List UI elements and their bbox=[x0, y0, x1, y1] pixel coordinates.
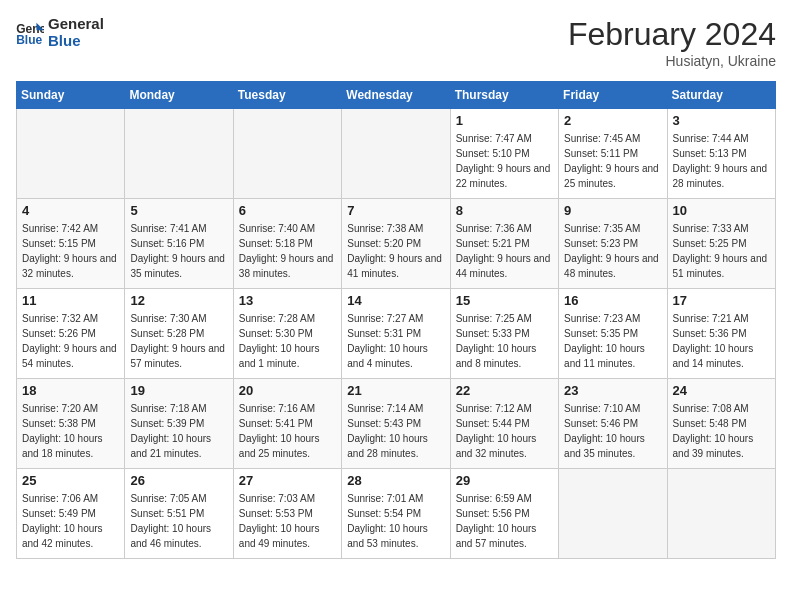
daylight-label: Daylight: 10 hours and 1 minute. bbox=[239, 343, 320, 369]
sunset-label: Sunset: 5:16 PM bbox=[130, 238, 204, 249]
sunset-label: Sunset: 5:31 PM bbox=[347, 328, 421, 339]
sunset-label: Sunset: 5:33 PM bbox=[456, 328, 530, 339]
sunrise-label: Sunrise: 7:03 AM bbox=[239, 493, 315, 504]
title-block: February 2024 Husiatyn, Ukraine bbox=[568, 16, 776, 69]
sunrise-label: Sunrise: 7:30 AM bbox=[130, 313, 206, 324]
sunset-label: Sunset: 5:13 PM bbox=[673, 148, 747, 159]
sunset-label: Sunset: 5:43 PM bbox=[347, 418, 421, 429]
calendar-cell: 1Sunrise: 7:47 AMSunset: 5:10 PMDaylight… bbox=[450, 109, 558, 199]
day-info: Sunrise: 7:41 AMSunset: 5:16 PMDaylight:… bbox=[130, 221, 227, 281]
day-number: 11 bbox=[22, 293, 119, 308]
daylight-label: Daylight: 10 hours and 25 minutes. bbox=[239, 433, 320, 459]
day-number: 14 bbox=[347, 293, 444, 308]
calendar-cell: 6Sunrise: 7:40 AMSunset: 5:18 PMDaylight… bbox=[233, 199, 341, 289]
daylight-label: Daylight: 10 hours and 18 minutes. bbox=[22, 433, 103, 459]
daylight-label: Daylight: 10 hours and 53 minutes. bbox=[347, 523, 428, 549]
calendar-cell: 3Sunrise: 7:44 AMSunset: 5:13 PMDaylight… bbox=[667, 109, 775, 199]
day-info: Sunrise: 7:16 AMSunset: 5:41 PMDaylight:… bbox=[239, 401, 336, 461]
sunrise-label: Sunrise: 7:42 AM bbox=[22, 223, 98, 234]
sunrise-label: Sunrise: 7:06 AM bbox=[22, 493, 98, 504]
day-info: Sunrise: 7:33 AMSunset: 5:25 PMDaylight:… bbox=[673, 221, 770, 281]
day-number: 6 bbox=[239, 203, 336, 218]
daylight-label: Daylight: 9 hours and 32 minutes. bbox=[22, 253, 117, 279]
sunrise-label: Sunrise: 7:08 AM bbox=[673, 403, 749, 414]
col-header-thursday: Thursday bbox=[450, 82, 558, 109]
calendar-cell: 11Sunrise: 7:32 AMSunset: 5:26 PMDayligh… bbox=[17, 289, 125, 379]
day-info: Sunrise: 7:12 AMSunset: 5:44 PMDaylight:… bbox=[456, 401, 553, 461]
sunset-label: Sunset: 5:23 PM bbox=[564, 238, 638, 249]
day-info: Sunrise: 7:38 AMSunset: 5:20 PMDaylight:… bbox=[347, 221, 444, 281]
sunset-label: Sunset: 5:30 PM bbox=[239, 328, 313, 339]
day-number: 23 bbox=[564, 383, 661, 398]
sunset-label: Sunset: 5:26 PM bbox=[22, 328, 96, 339]
logo-icon: General Blue bbox=[16, 21, 44, 45]
daylight-label: Daylight: 10 hours and 28 minutes. bbox=[347, 433, 428, 459]
calendar-cell: 21Sunrise: 7:14 AMSunset: 5:43 PMDayligh… bbox=[342, 379, 450, 469]
sunrise-label: Sunrise: 7:14 AM bbox=[347, 403, 423, 414]
daylight-label: Daylight: 9 hours and 25 minutes. bbox=[564, 163, 659, 189]
calendar-cell: 5Sunrise: 7:41 AMSunset: 5:16 PMDaylight… bbox=[125, 199, 233, 289]
sunrise-label: Sunrise: 7:20 AM bbox=[22, 403, 98, 414]
day-number: 5 bbox=[130, 203, 227, 218]
calendar-week-2: 4Sunrise: 7:42 AMSunset: 5:15 PMDaylight… bbox=[17, 199, 776, 289]
day-info: Sunrise: 7:06 AMSunset: 5:49 PMDaylight:… bbox=[22, 491, 119, 551]
day-info: Sunrise: 7:23 AMSunset: 5:35 PMDaylight:… bbox=[564, 311, 661, 371]
sunset-label: Sunset: 5:44 PM bbox=[456, 418, 530, 429]
day-info: Sunrise: 7:14 AMSunset: 5:43 PMDaylight:… bbox=[347, 401, 444, 461]
daylight-label: Daylight: 9 hours and 41 minutes. bbox=[347, 253, 442, 279]
sunset-label: Sunset: 5:20 PM bbox=[347, 238, 421, 249]
col-header-wednesday: Wednesday bbox=[342, 82, 450, 109]
sunset-label: Sunset: 5:48 PM bbox=[673, 418, 747, 429]
day-info: Sunrise: 7:44 AMSunset: 5:13 PMDaylight:… bbox=[673, 131, 770, 191]
sunrise-label: Sunrise: 7:35 AM bbox=[564, 223, 640, 234]
calendar-week-3: 11Sunrise: 7:32 AMSunset: 5:26 PMDayligh… bbox=[17, 289, 776, 379]
day-info: Sunrise: 7:25 AMSunset: 5:33 PMDaylight:… bbox=[456, 311, 553, 371]
sunrise-label: Sunrise: 7:05 AM bbox=[130, 493, 206, 504]
day-number: 29 bbox=[456, 473, 553, 488]
calendar-cell: 24Sunrise: 7:08 AMSunset: 5:48 PMDayligh… bbox=[667, 379, 775, 469]
day-number: 10 bbox=[673, 203, 770, 218]
day-number: 7 bbox=[347, 203, 444, 218]
day-number: 18 bbox=[22, 383, 119, 398]
calendar-cell: 26Sunrise: 7:05 AMSunset: 5:51 PMDayligh… bbox=[125, 469, 233, 559]
month-title: February 2024 bbox=[568, 16, 776, 53]
day-info: Sunrise: 7:18 AMSunset: 5:39 PMDaylight:… bbox=[130, 401, 227, 461]
sunrise-label: Sunrise: 7:25 AM bbox=[456, 313, 532, 324]
location-subtitle: Husiatyn, Ukraine bbox=[568, 53, 776, 69]
sunset-label: Sunset: 5:46 PM bbox=[564, 418, 638, 429]
daylight-label: Daylight: 10 hours and 42 minutes. bbox=[22, 523, 103, 549]
day-info: Sunrise: 7:01 AMSunset: 5:54 PMDaylight:… bbox=[347, 491, 444, 551]
day-info: Sunrise: 7:10 AMSunset: 5:46 PMDaylight:… bbox=[564, 401, 661, 461]
day-info: Sunrise: 7:03 AMSunset: 5:53 PMDaylight:… bbox=[239, 491, 336, 551]
daylight-label: Daylight: 10 hours and 39 minutes. bbox=[673, 433, 754, 459]
logo: General Blue General Blue bbox=[16, 16, 104, 49]
day-number: 3 bbox=[673, 113, 770, 128]
day-number: 22 bbox=[456, 383, 553, 398]
daylight-label: Daylight: 10 hours and 8 minutes. bbox=[456, 343, 537, 369]
calendar-cell: 17Sunrise: 7:21 AMSunset: 5:36 PMDayligh… bbox=[667, 289, 775, 379]
day-number: 8 bbox=[456, 203, 553, 218]
sunrise-label: Sunrise: 7:27 AM bbox=[347, 313, 423, 324]
col-header-sunday: Sunday bbox=[17, 82, 125, 109]
day-number: 27 bbox=[239, 473, 336, 488]
day-number: 25 bbox=[22, 473, 119, 488]
sunset-label: Sunset: 5:25 PM bbox=[673, 238, 747, 249]
sunset-label: Sunset: 5:54 PM bbox=[347, 508, 421, 519]
day-number: 24 bbox=[673, 383, 770, 398]
sunset-label: Sunset: 5:51 PM bbox=[130, 508, 204, 519]
day-info: Sunrise: 7:28 AMSunset: 5:30 PMDaylight:… bbox=[239, 311, 336, 371]
calendar-cell: 14Sunrise: 7:27 AMSunset: 5:31 PMDayligh… bbox=[342, 289, 450, 379]
daylight-label: Daylight: 9 hours and 22 minutes. bbox=[456, 163, 551, 189]
calendar-cell: 2Sunrise: 7:45 AMSunset: 5:11 PMDaylight… bbox=[559, 109, 667, 199]
daylight-label: Daylight: 9 hours and 57 minutes. bbox=[130, 343, 225, 369]
calendar-cell: 4Sunrise: 7:42 AMSunset: 5:15 PMDaylight… bbox=[17, 199, 125, 289]
daylight-label: Daylight: 10 hours and 21 minutes. bbox=[130, 433, 211, 459]
daylight-label: Daylight: 9 hours and 44 minutes. bbox=[456, 253, 551, 279]
sunset-label: Sunset: 5:28 PM bbox=[130, 328, 204, 339]
day-info: Sunrise: 6:59 AMSunset: 5:56 PMDaylight:… bbox=[456, 491, 553, 551]
sunset-label: Sunset: 5:41 PM bbox=[239, 418, 313, 429]
col-header-tuesday: Tuesday bbox=[233, 82, 341, 109]
calendar-cell: 20Sunrise: 7:16 AMSunset: 5:41 PMDayligh… bbox=[233, 379, 341, 469]
sunrise-label: Sunrise: 7:21 AM bbox=[673, 313, 749, 324]
day-info: Sunrise: 7:05 AMSunset: 5:51 PMDaylight:… bbox=[130, 491, 227, 551]
